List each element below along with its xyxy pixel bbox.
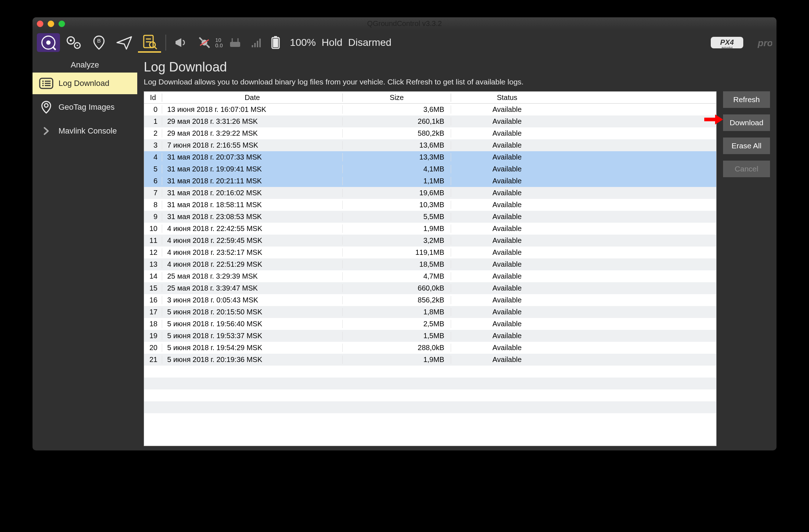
header-id[interactable]: Id <box>144 93 162 102</box>
location-icon[interactable]: B <box>87 33 111 52</box>
table-row[interactable]: 175 июня 2018 г. 20:15:50 MSK1,8MBAvaila… <box>144 306 716 318</box>
arm-state[interactable]: Disarmed <box>348 37 391 48</box>
header-status[interactable]: Status <box>451 93 563 102</box>
cell-id: 6 <box>144 177 162 185</box>
table-row[interactable]: 931 мая 2018 г. 23:08:53 MSK5,5MBAvailab… <box>144 211 716 223</box>
cell-id: 1 <box>144 117 162 126</box>
cell-status: Available <box>451 272 563 280</box>
table-row[interactable]: 195 июня 2018 г. 19:53:37 MSK1,5MBAvaila… <box>144 330 716 342</box>
cell-size: 1,5MB <box>343 332 451 340</box>
cell-date: 31 мая 2018 г. 19:09:41 MSK <box>162 165 343 173</box>
analyze-doc-icon[interactable] <box>138 32 161 53</box>
cell-id: 9 <box>144 213 162 221</box>
table-row[interactable]: 531 мая 2018 г. 19:09:41 MSK4,1MBAvailab… <box>144 163 716 175</box>
cell-id: 21 <box>144 356 162 364</box>
cell-date: 4 июня 2018 г. 22:42:55 MSK <box>162 224 343 233</box>
cell-date: 25 мая 2018 г. 3:29:39 MSK <box>162 272 343 280</box>
table-row[interactable]: 013 июня 2018 г. 16:07:01 MSK3,6MBAvaila… <box>144 104 716 115</box>
gps-counter: 10 0.0 <box>215 37 223 48</box>
signal-bars-icon <box>247 36 265 49</box>
table-row[interactable]: 431 мая 2018 г. 20:07:33 MSK13,3MBAvaila… <box>144 151 716 163</box>
svg-text:PX4: PX4 <box>720 38 734 46</box>
table-row[interactable]: 124 июня 2018 г. 23:52:17 MSK119,1MBAvai… <box>144 247 716 258</box>
cell-size: 119,1MB <box>343 248 451 257</box>
svg-line-14 <box>207 45 209 48</box>
cell-size: 1,1MB <box>343 177 451 185</box>
cell-size: 13,6MB <box>343 141 451 149</box>
svg-point-5 <box>77 45 78 46</box>
cell-status: Available <box>451 213 563 221</box>
sidebar-item-mavlink-console[interactable]: Mavlink Console <box>33 120 137 142</box>
toolbar-divider <box>165 35 166 51</box>
cell-status: Available <box>451 165 563 173</box>
table-row[interactable]: 229 мая 2018 г. 3:29:22 MSK580,2kBAvaila… <box>144 127 716 139</box>
cell-size: 1,9MB <box>343 224 451 233</box>
sidebar-title: Analyze <box>33 55 137 73</box>
cell-date: 31 мая 2018 г. 20:16:02 MSK <box>162 189 343 197</box>
table-row[interactable]: 205 июня 2018 г. 19:54:29 MSK288,0kBAvai… <box>144 342 716 354</box>
cell-id: 17 <box>144 308 162 316</box>
erase-all-button[interactable]: Erase All <box>723 138 770 154</box>
cancel-button: Cancel <box>723 161 770 177</box>
svg-rect-19 <box>252 45 253 47</box>
cell-id: 16 <box>144 296 162 304</box>
cell-size: 1,9MB <box>343 356 451 364</box>
table-row[interactable]: 215 июня 2018 г. 20:19:36 MSK1,9MBAvaila… <box>144 354 716 366</box>
table-row[interactable]: 831 мая 2018 г. 18:58:11 MSK10,3MBAvaila… <box>144 199 716 211</box>
content: Analyze Log Download GeoTag Images Mavli… <box>33 55 776 450</box>
svg-line-13 <box>199 38 202 40</box>
sidebar-item-geotag[interactable]: GeoTag Images <box>33 96 137 118</box>
sidebar-item-label: Mavlink Console <box>59 126 117 136</box>
header-size[interactable]: Size <box>343 93 451 102</box>
cell-status: Available <box>451 320 563 328</box>
table-row[interactable]: 37 июня 2018 г. 2:16:55 MSK13,6MBAvailab… <box>144 139 716 151</box>
sidebar-item-log-download[interactable]: Log Download <box>33 73 137 94</box>
cell-size: 10,3MB <box>343 201 451 209</box>
cell-date: 4 июня 2018 г. 23:52:17 MSK <box>162 248 343 257</box>
table-row[interactable]: 731 мая 2018 г. 20:16:02 MSK19,6MBAvaila… <box>144 187 716 199</box>
cell-id: 7 <box>144 189 162 197</box>
table-row[interactable]: 1525 мая 2018 г. 3:39:47 MSK660,0kBAvail… <box>144 282 716 294</box>
cell-status: Available <box>451 141 563 149</box>
table-row[interactable]: 134 июня 2018 г. 22:51:29 MSK18,5MBAvail… <box>144 258 716 270</box>
svg-text:pro: pro <box>757 38 772 48</box>
satellite-icon[interactable] <box>194 34 215 51</box>
log-table[interactable]: Id Date Size Status 013 июня 2018 г. 16:… <box>144 91 717 446</box>
cell-status: Available <box>451 332 563 340</box>
cell-status: Available <box>451 356 563 364</box>
svg-text:B: B <box>97 38 101 44</box>
svg-point-33 <box>42 83 44 84</box>
flight-mode[interactable]: Hold <box>321 37 342 48</box>
cell-date: 31 мая 2018 г. 23:08:53 MSK <box>162 213 343 221</box>
cell-id: 4 <box>144 153 162 161</box>
cell-size: 260,1kB <box>343 117 451 126</box>
table-row[interactable]: 114 июня 2018 г. 22:59:45 MSK3,2MBAvaila… <box>144 235 716 247</box>
cell-id: 13 <box>144 260 162 269</box>
cell-status: Available <box>451 224 563 233</box>
table-row[interactable]: 104 июня 2018 г. 22:42:55 MSK1,9MBAvaila… <box>144 223 716 235</box>
rc-remote-icon <box>224 35 246 50</box>
table-row[interactable]: 185 июня 2018 г. 19:56:40 MSK2,5MBAvaila… <box>144 318 716 330</box>
cell-date: 31 мая 2018 г. 20:21:11 MSK <box>162 177 343 185</box>
svg-rect-24 <box>274 36 277 38</box>
header-date[interactable]: Date <box>162 93 343 102</box>
table-row[interactable]: 1425 мая 2018 г. 3:29:39 MSK4,7MBAvailab… <box>144 270 716 282</box>
refresh-button[interactable]: Refresh <box>723 91 770 108</box>
cell-size: 1,8MB <box>343 308 451 316</box>
cell-date: 29 мая 2018 г. 3:29:22 MSK <box>162 129 343 138</box>
table-row-empty <box>144 389 716 401</box>
cell-status: Available <box>451 236 563 245</box>
table-row[interactable]: 631 мая 2018 г. 20:21:11 MSK1,1MBAvailab… <box>144 175 716 187</box>
table-row[interactable]: 129 мая 2018 г. 3:31:26 MSK260,1kBAvaila… <box>144 115 716 127</box>
cell-date: 7 июня 2018 г. 2:16:55 MSK <box>162 141 343 149</box>
table-row[interactable]: 163 июня 2018 г. 0:05:43 MSK856,2kBAvail… <box>144 294 716 306</box>
cell-id: 0 <box>144 105 162 114</box>
megaphone-icon[interactable] <box>170 34 192 51</box>
paper-plane-icon[interactable] <box>112 33 137 52</box>
app-window: QGroundControl v3.3.2 B 10 0.0 <box>33 17 776 450</box>
download-button[interactable]: Download <box>723 114 770 131</box>
cell-date: 5 июня 2018 г. 20:19:36 MSK <box>162 356 343 364</box>
settings-gears-icon[interactable] <box>61 33 86 52</box>
qgc-logo-button[interactable] <box>37 33 60 52</box>
cell-size: 660,0kB <box>343 284 451 292</box>
